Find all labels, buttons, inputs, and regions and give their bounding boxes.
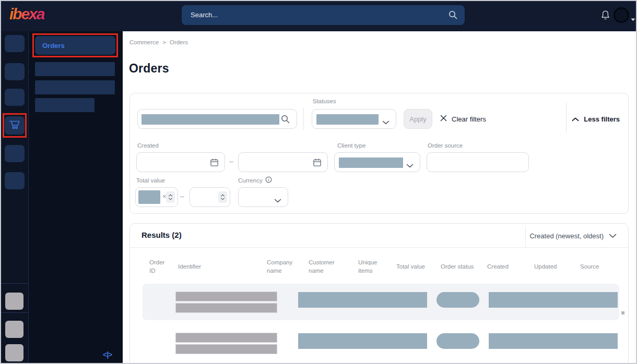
filter-search-input[interactable]	[137, 109, 297, 129]
rail-tile-2[interactable]	[5, 63, 25, 80]
total-value-min-placeholder	[138, 190, 160, 204]
secondary-sidebar: Orders <|>	[29, 31, 123, 364]
identifier-placeholder-line1	[175, 292, 277, 301]
sort-divider	[525, 226, 526, 247]
user-menu[interactable]	[614, 7, 636, 25]
rail-tile-3[interactable]	[5, 89, 25, 106]
breadcrumb-separator: >	[162, 39, 166, 45]
annotation-box-orders: Orders	[32, 33, 118, 57]
total-value-label: Total value	[136, 177, 165, 184]
rail-divider	[0, 283, 29, 284]
sidebar-item-placeholder-3[interactable]	[35, 98, 95, 112]
breadcrumb-commerce[interactable]: Commerce	[129, 39, 159, 45]
page-title: Orders	[129, 62, 169, 76]
breadcrumb: Commerce > Orders	[129, 39, 188, 45]
chevron-down-icon	[274, 196, 281, 205]
rail-tile-6[interactable]	[5, 172, 25, 189]
notifications-bell-icon[interactable]	[600, 10, 610, 23]
ibexa-logo[interactable]: ibexa	[9, 5, 44, 23]
scroll-indicator	[621, 311, 624, 314]
column-header-created: Created	[487, 255, 520, 278]
created-to-date-input[interactable]	[238, 152, 328, 172]
cart-icon	[8, 119, 21, 132]
global-search-placeholder: Search...	[191, 11, 218, 19]
statuses-dropdown[interactable]	[312, 109, 396, 129]
total-value-max-input[interactable]	[190, 187, 230, 207]
sort-label: Created (newest, oldest)	[529, 232, 604, 240]
chevron-down-icon	[406, 161, 414, 170]
client-type-dropdown[interactable]	[334, 152, 420, 172]
column-header-identifier: Identifier	[178, 255, 256, 278]
calendar-icon	[313, 158, 322, 169]
app-window: ibexa Search...	[0, 0, 637, 364]
sidebar-item-orders[interactable]: Orders	[35, 36, 115, 55]
filters-panel: Statuses Apply Clear filters Less filter	[129, 93, 629, 214]
total-value-min-input[interactable]: ×	[135, 187, 178, 207]
order-status-badge	[437, 333, 479, 349]
annotation-box-commerce	[3, 113, 27, 138]
client-type-label: Client type	[337, 142, 365, 149]
range-dash: –	[229, 157, 233, 165]
identifier-placeholder-line1	[175, 333, 277, 343]
number-stepper[interactable]	[166, 191, 175, 203]
identifier-placeholder-line2	[175, 303, 277, 313]
chevron-down-icon	[631, 14, 635, 23]
chevron-down-icon	[609, 231, 617, 240]
number-stepper[interactable]	[218, 191, 227, 203]
identifier-placeholder-line2	[175, 344, 277, 354]
search-icon	[281, 115, 290, 126]
avatar	[614, 7, 629, 23]
rail-bottom-tile-2[interactable]	[5, 321, 23, 338]
column-header-order-id: Order ID	[149, 255, 172, 278]
column-header-source: Source	[580, 255, 608, 278]
rail-tile-5[interactable]	[5, 145, 25, 162]
column-header-company-name: Company name	[267, 255, 300, 278]
info-icon[interactable]	[265, 176, 272, 184]
chevron-down-icon	[382, 117, 390, 127]
created-label: Created	[137, 142, 159, 149]
order-source-input[interactable]	[427, 152, 529, 172]
rail-bottom-tile-3[interactable]	[5, 344, 23, 361]
breadcrumb-orders: Orders	[170, 39, 188, 45]
clear-filters-button[interactable]: Clear filters	[440, 109, 486, 129]
clear-filters-label: Clear filters	[452, 115, 486, 123]
rail-tile-commerce[interactable]	[5, 116, 25, 135]
dates-placeholder-bar	[489, 333, 618, 349]
results-title: Results (2)	[141, 230, 182, 239]
results-panel: Results (2) Created (newest, oldest) Ord…	[129, 223, 629, 364]
order-source-label: Order source	[428, 142, 463, 149]
topbar: ibexa Search...	[0, 0, 637, 31]
sort-dropdown[interactable]: Created (newest, oldest)	[529, 224, 617, 248]
statuses-value-placeholder	[316, 114, 379, 125]
currency-label: Currency	[238, 176, 272, 184]
panel-resize-handle[interactable]: <|>	[103, 350, 112, 359]
column-header-updated: Updated	[534, 255, 567, 278]
filter-divider	[303, 108, 304, 130]
close-icon	[440, 115, 447, 123]
rail-tile-1[interactable]	[5, 35, 25, 52]
global-search-input[interactable]: Search...	[182, 5, 465, 25]
created-from-date-input[interactable]	[136, 152, 225, 172]
dates-placeholder-bar	[489, 292, 618, 308]
customer-placeholder-bar	[298, 292, 427, 308]
apply-button[interactable]: Apply	[404, 109, 432, 129]
client-type-value-placeholder	[339, 157, 403, 168]
sidebar-item-orders-label: Orders	[35, 42, 65, 50]
main-content: Commerce > Orders Orders Statuses Apply	[123, 31, 637, 364]
currency-dropdown[interactable]	[238, 187, 288, 207]
rail-divider	[0, 312, 29, 313]
less-filters-label: Less filters	[584, 115, 620, 123]
search-value-placeholder	[141, 114, 279, 125]
table-row[interactable]	[143, 284, 619, 320]
search-icon	[449, 10, 457, 21]
icon-rail	[0, 31, 29, 364]
table-row[interactable]	[143, 325, 619, 361]
column-header-total-value: Total value	[396, 255, 437, 278]
less-filters-toggle[interactable]: Less filters	[572, 109, 620, 129]
column-header-unique-items: Unique items	[358, 255, 385, 278]
rail-bottom-tile-1[interactable]	[5, 293, 23, 310]
sidebar-item-placeholder-2[interactable]	[35, 80, 115, 94]
calendar-icon	[210, 158, 219, 169]
sidebar-item-placeholder-1[interactable]	[35, 62, 115, 76]
results-header-divider	[130, 247, 628, 248]
